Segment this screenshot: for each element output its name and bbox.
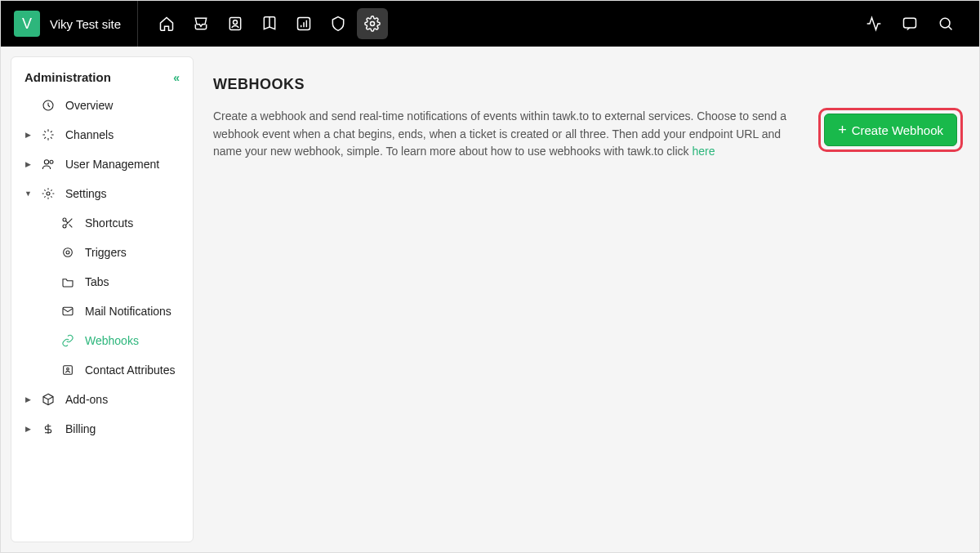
contacts-icon[interactable] xyxy=(220,8,251,39)
sidebar: Administration « ▶ Overview ▶ Channels ▶… xyxy=(11,56,194,542)
topnav-right xyxy=(858,8,973,39)
topbar: V Viky Test site xyxy=(1,1,979,47)
sidebar-item-contact-attributes[interactable]: Contact Attributes xyxy=(11,355,193,385)
dollar-icon xyxy=(41,422,56,435)
svg-point-3 xyxy=(370,22,374,26)
folder-icon xyxy=(60,275,75,288)
sidebar-collapse-icon[interactable]: « xyxy=(173,71,180,84)
sidebar-item-shortcuts[interactable]: Shortcuts xyxy=(11,208,193,238)
page-description: Create a webhook and send real-time noti… xyxy=(213,108,802,161)
svg-point-5 xyxy=(940,18,950,28)
sidebar-item-label: Webhooks xyxy=(85,334,139,347)
sidebar-item-label: Channels xyxy=(65,128,114,141)
svg-point-1 xyxy=(233,20,237,25)
contact-attr-icon xyxy=(60,363,75,377)
reporting-icon[interactable] xyxy=(288,8,319,39)
sidebar-item-label: Overview xyxy=(65,99,113,112)
site-avatar: V xyxy=(14,11,40,37)
sidebar-item-addons[interactable]: ▶ Add-ons xyxy=(11,385,193,414)
svg-point-13 xyxy=(64,248,73,257)
svg-point-7 xyxy=(44,160,48,164)
site-switcher[interactable]: V Viky Test site xyxy=(7,1,138,47)
topnav xyxy=(138,8,388,39)
sidebar-item-user-management[interactable]: ▶ User Management xyxy=(11,149,193,179)
page-title: WEBHOOKS xyxy=(213,76,963,93)
sidebar-item-label: Contact Attributes xyxy=(85,363,176,377)
users-icon xyxy=(41,158,56,171)
sidebar-item-label: Add-ons xyxy=(65,393,108,406)
svg-point-10 xyxy=(63,218,66,221)
knowledgebase-icon[interactable] xyxy=(254,8,285,39)
svg-point-11 xyxy=(63,225,66,228)
overview-icon xyxy=(41,99,56,112)
admin-gear-icon[interactable] xyxy=(357,8,388,39)
sidebar-item-webhooks[interactable]: Webhooks xyxy=(11,326,193,355)
create-webhook-highlight: + Create Webhook xyxy=(818,108,963,152)
description-link[interactable]: here xyxy=(692,145,715,158)
sidebar-item-label: Settings xyxy=(65,187,107,200)
scissors-icon xyxy=(60,216,75,230)
sidebar-title: Administration xyxy=(24,70,111,84)
inbox-icon[interactable] xyxy=(185,8,216,39)
trigger-icon xyxy=(60,246,75,259)
gear-icon xyxy=(41,187,56,200)
plus-icon: + xyxy=(838,123,847,137)
sidebar-item-overview[interactable]: ▶ Overview xyxy=(11,91,193,120)
channels-icon xyxy=(41,128,56,141)
site-name: Viky Test site xyxy=(50,17,121,31)
chat-icon[interactable] xyxy=(894,8,925,39)
sidebar-item-settings[interactable]: ▼ Settings xyxy=(11,179,193,208)
activity-icon[interactable] xyxy=(858,8,889,39)
sidebar-item-label: Billing xyxy=(65,422,96,435)
content: Administration « ▶ Overview ▶ Channels ▶… xyxy=(1,47,979,552)
home-icon[interactable] xyxy=(151,8,182,39)
sidebar-item-label: User Management xyxy=(65,158,159,171)
svg-rect-0 xyxy=(229,18,240,30)
mail-icon xyxy=(60,305,75,318)
sidebar-item-label: Mail Notifications xyxy=(85,305,172,318)
sidebar-item-channels[interactable]: ▶ Channels xyxy=(11,120,193,149)
sidebar-item-tabs[interactable]: Tabs xyxy=(11,267,193,297)
sidebar-item-triggers[interactable]: Triggers xyxy=(11,238,193,267)
sidebar-item-mail-notifications[interactable]: Mail Notifications xyxy=(11,297,193,326)
svg-rect-14 xyxy=(63,307,73,314)
svg-point-9 xyxy=(47,192,50,195)
sidebar-item-label: Triggers xyxy=(85,246,127,259)
svg-rect-4 xyxy=(904,18,916,28)
search-icon[interactable] xyxy=(930,8,961,39)
main: WEBHOOKS Create a webhook and send real-… xyxy=(207,56,969,542)
svg-point-16 xyxy=(67,368,69,370)
create-webhook-button[interactable]: + Create Webhook xyxy=(824,114,957,146)
svg-point-8 xyxy=(50,160,53,163)
svg-point-12 xyxy=(66,251,69,254)
create-webhook-label: Create Webhook xyxy=(852,123,943,137)
link-icon xyxy=(60,334,75,347)
addons-icon[interactable] xyxy=(323,8,354,39)
sidebar-item-billing[interactable]: ▶ Billing xyxy=(11,414,193,444)
sidebar-item-label: Shortcuts xyxy=(85,216,133,230)
package-icon xyxy=(41,393,56,406)
sidebar-item-label: Tabs xyxy=(85,275,109,288)
